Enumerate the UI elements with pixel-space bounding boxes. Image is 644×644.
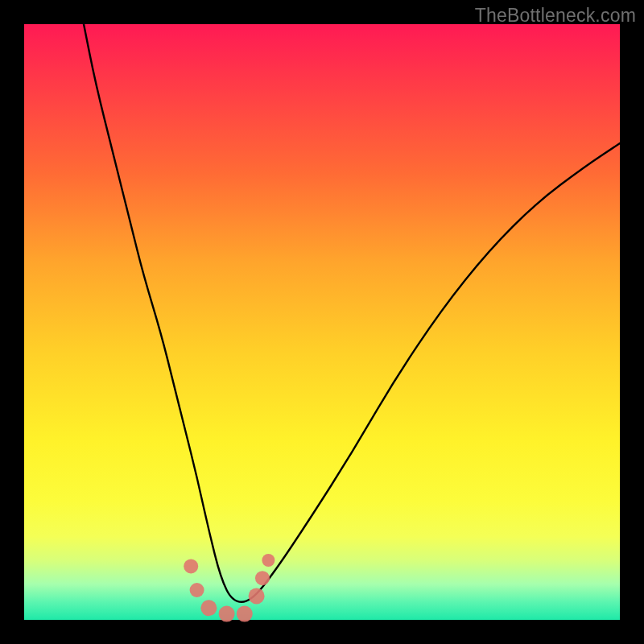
bottleneck-curve: [84, 24, 620, 602]
curve-svg: [24, 24, 620, 620]
curve-marker: [262, 554, 275, 567]
curve-marker: [190, 583, 204, 597]
curve-marker: [200, 600, 217, 616]
curve-marker: [237, 606, 253, 622]
curve-marker: [219, 606, 235, 622]
curve-marker: [255, 571, 270, 585]
plot-area: [24, 24, 620, 620]
curve-marker: [249, 588, 265, 604]
watermark-text: TheBottleneck.com: [475, 5, 636, 27]
curve-marker: [184, 559, 198, 573]
chart-frame: TheBottleneck.com: [0, 0, 644, 644]
